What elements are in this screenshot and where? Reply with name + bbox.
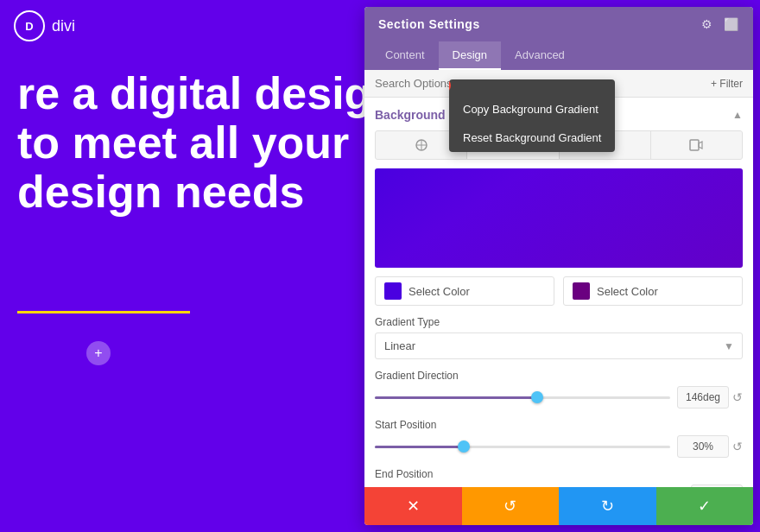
add-section-button[interactable]: + bbox=[86, 341, 111, 365]
svg-rect-4 bbox=[690, 140, 699, 150]
start-position-label: Start Position bbox=[375, 419, 743, 431]
color-swatch-1 bbox=[384, 282, 402, 300]
hero-line1: re a digital desig bbox=[17, 68, 371, 118]
filter-button[interactable]: + Filter bbox=[711, 78, 743, 90]
cancel-button[interactable]: ✕ bbox=[364, 487, 462, 525]
start-position-field: Start Position ↺ bbox=[375, 419, 743, 458]
gradient-direction-value[interactable] bbox=[677, 386, 729, 408]
tab-advanced[interactable]: Advanced bbox=[501, 41, 579, 70]
hero-line2: to meet all your bbox=[17, 117, 349, 168]
slider-fill-start bbox=[375, 446, 464, 448]
gradient-direction-reset[interactable]: ↺ bbox=[732, 390, 743, 404]
hero-text: re a digital desig to meet all your desi… bbox=[0, 69, 397, 218]
reset-button[interactable]: ↺ bbox=[462, 487, 560, 525]
end-position-label: End Position bbox=[375, 468, 743, 480]
color-stop-1-label: Select Color bbox=[408, 285, 470, 298]
panel-footer: ✕ ↺ ↻ ✓ bbox=[364, 487, 753, 525]
brand-name: divi bbox=[52, 17, 75, 35]
color-stop-1[interactable]: Select Color bbox=[375, 276, 554, 306]
hero-divider bbox=[17, 311, 190, 314]
start-position-slider-row: ↺ bbox=[375, 435, 743, 458]
notification-badge: 1 bbox=[449, 79, 451, 93]
section-toggle-icon[interactable]: ▲ bbox=[732, 109, 743, 121]
tab-content[interactable]: Content bbox=[371, 41, 439, 70]
end-position-field: End Position bbox=[375, 468, 743, 487]
end-position-slider-row bbox=[375, 484, 743, 487]
color-swatch-2 bbox=[573, 282, 590, 300]
color-stop-2-label: Select Color bbox=[597, 285, 658, 298]
panel-title: Section Settings bbox=[378, 17, 480, 31]
slider-track bbox=[375, 396, 670, 399]
slider-fill bbox=[375, 396, 537, 399]
color-stop-2[interactable]: Select Color bbox=[563, 276, 743, 306]
end-position-value[interactable] bbox=[691, 484, 743, 487]
color-stops: Select Color Select Color bbox=[375, 276, 743, 306]
panel-tabs: Content Design Advanced bbox=[364, 41, 753, 70]
context-dropdown: 1 Copy Background Gradient Reset Backgro… bbox=[449, 79, 615, 152]
hero-line3: design needs bbox=[17, 167, 304, 217]
panel-body: Background ▲ Select Color bbox=[364, 98, 753, 487]
undo-button[interactable]: ↻ bbox=[559, 487, 656, 525]
end-position-value-box bbox=[691, 484, 743, 487]
tab-design[interactable]: Design bbox=[439, 41, 501, 70]
slider-track-start bbox=[375, 446, 670, 448]
copy-gradient-item[interactable]: Copy Background Gradient bbox=[449, 95, 615, 124]
gradient-type-select[interactable]: Linear Radial bbox=[375, 332, 743, 359]
gradient-type-field: Gradient Type Linear Radial ▼ bbox=[375, 316, 743, 359]
gradient-direction-slider[interactable] bbox=[375, 389, 670, 406]
expand-icon[interactable]: ⬜ bbox=[722, 16, 739, 33]
start-position-value[interactable] bbox=[677, 435, 729, 458]
slider-thumb[interactable] bbox=[531, 391, 543, 403]
divi-logo: D bbox=[14, 10, 45, 41]
gradient-direction-label: Gradient Direction bbox=[375, 370, 743, 382]
start-position-slider[interactable] bbox=[375, 438, 670, 455]
background-title: Background bbox=[375, 108, 446, 122]
gradient-type-select-wrapper: Linear Radial ▼ bbox=[375, 332, 743, 359]
gradient-direction-slider-row: ↺ bbox=[375, 386, 743, 408]
slider-thumb-start[interactable] bbox=[458, 440, 470, 453]
gradient-type-label: Gradient Type bbox=[375, 316, 743, 328]
panel-header: Section Settings ⚙ ⬜ bbox=[364, 7, 753, 41]
bg-type-video[interactable] bbox=[651, 131, 742, 159]
panel-header-actions: ⚙ ⬜ bbox=[698, 16, 739, 33]
start-position-value-box: ↺ bbox=[677, 435, 743, 458]
gradient-direction-value-box: ↺ bbox=[677, 386, 743, 408]
reset-gradient-item[interactable]: Reset Background Gradient bbox=[449, 124, 615, 152]
start-position-reset[interactable]: ↺ bbox=[732, 440, 743, 453]
gradient-direction-field: Gradient Direction ↺ bbox=[375, 370, 743, 408]
save-button[interactable]: ✓ bbox=[656, 487, 754, 525]
gradient-preview bbox=[375, 168, 743, 268]
settings-icon[interactable]: ⚙ bbox=[698, 16, 715, 33]
